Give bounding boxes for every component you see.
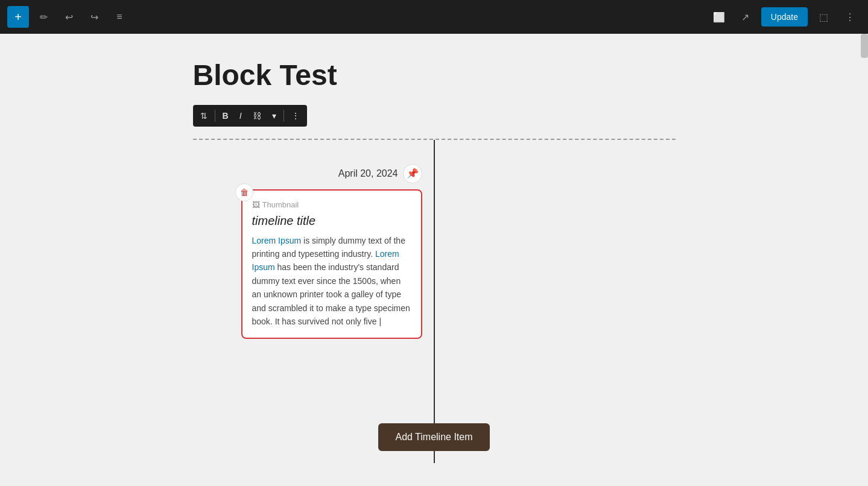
- thumbnail-image[interactable]: 🖼 Thumbnail: [252, 200, 299, 209]
- more-options-button[interactable]: ⋮: [839, 6, 861, 28]
- redo-button[interactable]: ↪: [83, 6, 105, 28]
- undo-button[interactable]: ↩: [58, 6, 80, 28]
- timeline-date-row: April 20, 2024 📌: [338, 164, 422, 183]
- toolbar-divider-2: [284, 110, 284, 122]
- menu-button[interactable]: ≡: [109, 6, 130, 28]
- italic-button[interactable]: I: [235, 107, 247, 124]
- timeline-card: 🗑 🖼 Thumbnail timeline title Lor: [241, 189, 422, 339]
- card-body[interactable]: Lorem Ipsum is simply dummy text of the …: [252, 234, 411, 329]
- toolbar-right: ⬜ ↗ Update ⬚ ⋮: [708, 6, 861, 28]
- layout-button[interactable]: ⬚: [813, 6, 834, 28]
- editor-content: Block Test ⇅ B I ⛓ ▾ ⋮: [193, 34, 676, 486]
- layout-icon: ⬚: [819, 11, 828, 23]
- body-text-lorem: Lorem Ipsum: [252, 236, 302, 245]
- bold-button[interactable]: B: [218, 107, 233, 124]
- editor-area: Block Test ⇅ B I ⛓ ▾ ⋮: [0, 34, 868, 486]
- chevron-down-icon: ▾: [272, 111, 276, 121]
- timeline-item: April 20, 2024 📌 🗑: [193, 164, 676, 339]
- main-toolbar: + ✏ ↩ ↪ ≡ ⬜ ↗ Update ⬚ ⋮: [0, 0, 868, 34]
- external-link-button[interactable]: ↗: [735, 6, 756, 28]
- timeline-body: April 20, 2024 📌 🗑: [193, 140, 676, 464]
- more-options-icon: ⋮: [845, 11, 855, 23]
- bold-icon: B: [223, 111, 229, 121]
- edit-icon-button[interactable]: ✏: [33, 6, 54, 28]
- trash-icon: 🗑: [240, 188, 249, 197]
- format-toolbar: ⇅ B I ⛓ ▾ ⋮: [193, 105, 307, 127]
- thumbnail-label: Thumbnail: [262, 200, 299, 209]
- scrollbar-thumb[interactable]: [861, 34, 868, 58]
- pin-icon: 📌: [407, 168, 419, 179]
- drag-handle-icon: ⇅: [200, 111, 207, 121]
- body-text-2: has been the industry's standard dummy t…: [252, 262, 410, 326]
- link-button[interactable]: ⛓: [248, 107, 266, 124]
- more-options-format-button[interactable]: ⋮: [287, 107, 305, 124]
- more-options-format-icon: ⋮: [291, 111, 300, 121]
- pin-button[interactable]: 📌: [403, 164, 422, 183]
- timeline-block: April 20, 2024 📌 🗑: [193, 139, 676, 464]
- card-title[interactable]: timeline title: [252, 214, 411, 228]
- add-timeline-item-button[interactable]: Add Timeline Item: [378, 423, 489, 451]
- add-block-button[interactable]: +: [7, 6, 29, 28]
- timeline-date: April 20, 2024: [338, 168, 398, 179]
- page-title[interactable]: Block Test: [193, 58, 676, 93]
- more-formats-dropdown[interactable]: ▾: [267, 107, 281, 124]
- drag-handle-button[interactable]: ⇅: [195, 107, 212, 124]
- update-button[interactable]: Update: [761, 7, 808, 27]
- desktop-view-button[interactable]: ⬜: [708, 6, 730, 28]
- external-link-icon: ↗: [741, 11, 749, 23]
- toolbar-divider-1: [215, 110, 215, 122]
- link-icon: ⛓: [253, 111, 261, 121]
- card-thumbnail-row: 🖼 Thumbnail: [252, 200, 411, 209]
- toolbar-left: + ✏ ↩ ↪ ≡: [7, 6, 708, 28]
- desktop-icon: ⬜: [713, 11, 725, 23]
- italic-icon: I: [239, 111, 242, 121]
- delete-item-button[interactable]: 🗑: [235, 183, 253, 201]
- add-button-container: Add Timeline Item: [193, 387, 676, 463]
